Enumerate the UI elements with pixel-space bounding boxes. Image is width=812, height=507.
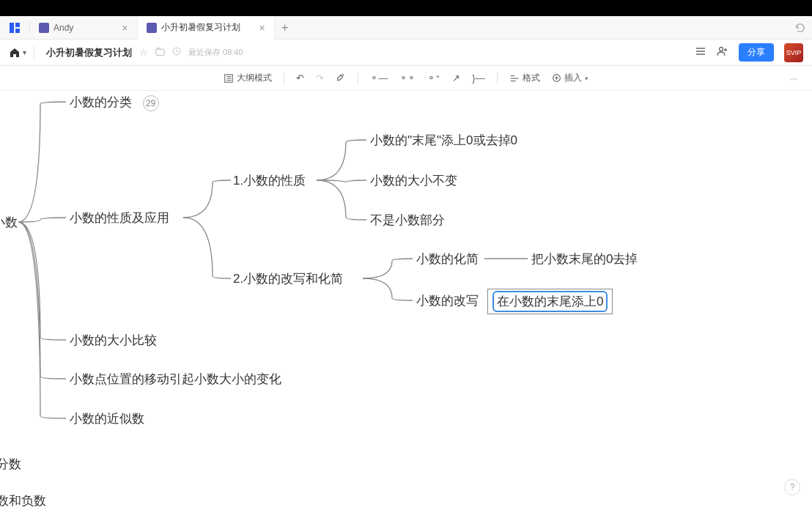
node-leaf[interactable]: 不是小数部分	[370, 212, 445, 229]
clock-icon	[172, 47, 181, 58]
tab-review-plan[interactable]: 小升初暑假复习计划 ×	[138, 16, 275, 40]
node-root[interactable]: 小数	[0, 214, 18, 231]
mindmap-canvas[interactable]: 小数 小数的分类 29 小数的性质及应用 1.小数的性质 小数的"末尾"添上0或…	[0, 91, 812, 507]
tab-label: 小升初暑假复习计划	[161, 21, 240, 34]
node-property1[interactable]: 1.小数的性质	[233, 172, 306, 189]
header-row: ▾ 小升初暑假复习计划 ☆ 最近保存 08:40 分享 SVIP	[0, 40, 812, 66]
editing-node[interactable]: 在小数的末尾添上0	[487, 289, 613, 314]
node-extra[interactable]: 数和负数	[0, 492, 46, 507]
link1-icon[interactable]: ⚬—	[370, 73, 388, 84]
app-logo-icon[interactable]	[0, 22, 29, 34]
folder-icon[interactable]	[155, 47, 165, 59]
svg-rect-3	[156, 49, 164, 55]
tab-label: Andy	[53, 23, 73, 33]
node-classification[interactable]: 小数的分类 29	[70, 94, 159, 111]
node-compare[interactable]: 小数的大小比较	[70, 332, 157, 349]
svg-rect-1	[15, 23, 20, 27]
link3-icon[interactable]: ⚬⁺	[427, 73, 440, 84]
node-properties-apps[interactable]: 小数的性质及应用	[70, 210, 169, 226]
save-status: 最近保存 08:40	[188, 47, 243, 58]
node-approx[interactable]: 小数的近似数	[70, 410, 144, 427]
new-tab-button[interactable]: +	[275, 21, 295, 34]
count-badge: 29	[143, 95, 159, 111]
svg-rect-2	[15, 29, 20, 33]
title-bar	[0, 0, 812, 16]
node-rewrite[interactable]: 2.小数的改写和化简	[233, 270, 343, 287]
add-user-icon[interactable]	[717, 45, 728, 60]
toolbar: 大纲模式 ↶ ↷ ⚬— ⚬⚬ ⚬⁺ ↗ }— 格式 插入 ▾ ︿	[0, 66, 812, 91]
share-button[interactable]: 分享	[739, 43, 774, 62]
close-icon[interactable]: ×	[122, 22, 128, 34]
svg-rect-0	[10, 23, 14, 33]
doc-icon	[39, 23, 49, 33]
node-leaf[interactable]: 把小数末尾的0去掉	[531, 251, 638, 267]
node-leaf[interactable]: 小数的"末尾"添上0或去掉0	[370, 132, 517, 149]
menu-icon[interactable]	[695, 45, 706, 60]
refresh-button[interactable]	[789, 23, 812, 33]
document-title: 小升初暑假复习计划	[46, 46, 132, 59]
help-button[interactable]: ?	[784, 479, 800, 495]
node-decimal-point[interactable]: 小数点位置的移动引起小数大小的变化	[70, 371, 281, 388]
tab-andy[interactable]: Andy ×	[30, 16, 138, 40]
insert-button[interactable]: 插入 ▾	[552, 72, 588, 84]
node-rewrite-child[interactable]: 小数的改写	[416, 292, 479, 309]
star-icon[interactable]: ☆	[139, 47, 148, 58]
brush-icon[interactable]	[336, 72, 346, 84]
arrow-icon[interactable]: ↗	[452, 73, 460, 84]
close-icon[interactable]: ×	[259, 22, 265, 34]
node-leaf[interactable]: 小数的大小不变	[370, 172, 457, 189]
bracket-icon[interactable]: }—	[472, 73, 484, 84]
node-extra[interactable]: 分数	[0, 456, 21, 473]
format-button[interactable]: 格式	[509, 72, 540, 84]
redo-icon[interactable]: ↷	[316, 73, 324, 84]
link2-icon[interactable]: ⚬⚬	[399, 73, 416, 84]
svg-point-8	[720, 47, 723, 51]
chevron-up-icon[interactable]: ︿	[790, 72, 799, 84]
doc-icon	[147, 23, 157, 33]
tabs-row: Andy × 小升初暑假复习计划 × +	[0, 16, 812, 40]
outline-mode-button[interactable]: 大纲模式	[224, 72, 272, 84]
home-button[interactable]: ▾	[9, 47, 26, 59]
undo-icon[interactable]: ↶	[296, 73, 304, 84]
node-simplify[interactable]: 小数的化简	[416, 251, 479, 267]
avatar[interactable]: SVIP	[784, 43, 803, 62]
